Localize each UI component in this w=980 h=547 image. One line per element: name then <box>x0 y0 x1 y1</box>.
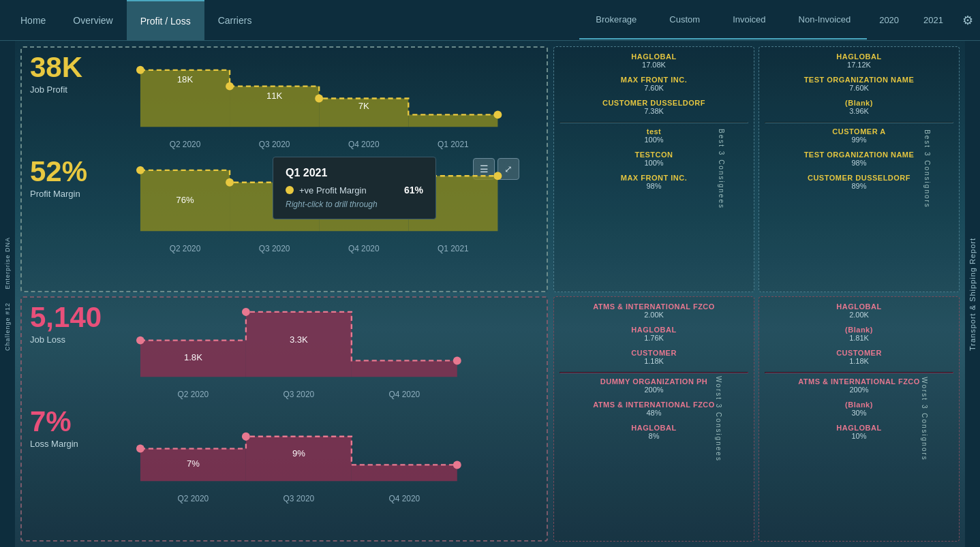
left-section: 38K Job Profit <box>15 41 553 547</box>
worst-consignor-value-3: 1.18K <box>765 357 953 365</box>
consignor-name-3: (Blank) <box>765 99 953 107</box>
job-profit-chart: 18K 11K 7K Q2 2020 Q3 2020 Q4 2020 Q1 20… <box>132 53 538 152</box>
worst-consignors-vertical-label: Worst 3 Consignors <box>921 377 929 461</box>
side-label-right-text: Transport & Shipping Report <box>968 238 977 351</box>
tab-carriers[interactable]: Carriers <box>204 0 266 41</box>
worst-consignee-item-2: HAGLOBAL 1.76K <box>560 326 748 342</box>
filter-non-invoiced[interactable]: Non-Invoiced <box>782 0 868 41</box>
loss-margin-label: Loss Margin <box>30 439 132 449</box>
main-content: 38K Job Profit <box>15 41 965 547</box>
worst-consignee-value-2: 1.76K <box>560 334 748 342</box>
tooltip-label: +ve Profit Margin <box>299 185 399 196</box>
filter-brokerage[interactable]: Brokerage <box>579 0 653 41</box>
loss-margin-row: 7% Loss Margin 7% 9% Q2 2020 <box>30 407 538 506</box>
consignee-value-2: 7.60K <box>560 84 748 92</box>
main-tabs: Home Overview Profit / Loss Carriers <box>7 0 265 41</box>
consignor-value-3: 3.96K <box>765 107 953 115</box>
consignee-value-1: 17.08K <box>560 61 748 69</box>
job-profit-label: Job Profit <box>30 84 132 95</box>
consignor-name-2: TEST ORGANIZATION NAME <box>765 76 953 84</box>
svg-text:Q3 2020: Q3 2020 <box>259 140 290 149</box>
job-profit-row: 38K Job Profit <box>30 53 538 152</box>
svg-text:Q2 2020: Q2 2020 <box>170 140 201 149</box>
worst-consignee-item-3: CUSTOMER 1.18K <box>560 349 748 365</box>
svg-text:Q2 2020: Q2 2020 <box>170 244 201 253</box>
svg-text:18K: 18K <box>177 74 194 84</box>
enterprise-dna-label: Enterprise DNA <box>4 237 11 290</box>
svg-rect-42 <box>352 465 457 481</box>
svg-point-6 <box>315 95 323 103</box>
consignor-value-1: 17.12K <box>765 61 953 69</box>
svg-rect-3 <box>408 114 497 127</box>
svg-text:7K: 7K <box>358 101 369 111</box>
consignee-name-2: MAX FRONT INC. <box>560 76 748 84</box>
filter-invoiced[interactable]: Invoiced <box>716 0 782 41</box>
worst-consignee-name-1: ATMS & INTERNATIONAL FZCO <box>560 302 748 311</box>
svg-text:Q1 2021: Q1 2021 <box>438 140 469 149</box>
tab-profit-loss[interactable]: Profit / Loss <box>127 0 204 41</box>
tooltip-hint: Right-click to drill through <box>286 200 423 209</box>
loss-margin-metric: 7% Loss Margin <box>30 407 132 449</box>
best-consignees-section: Best 3 Consignees HAGLOBAL 17.08K MAX FR… <box>553 46 754 292</box>
side-label-left: Enterprise DNA Challenge #12 <box>0 41 15 547</box>
worst-consignor-name-1: HAGLOBAL <box>765 302 953 311</box>
consignor-item-2: TEST ORGANIZATION NAME 7.60K <box>765 76 953 92</box>
loss-margin-value: 7% <box>30 407 132 436</box>
year-2020[interactable]: 2020 <box>867 0 911 41</box>
tooltip-title: Q1 2021 <box>286 167 423 179</box>
worst-consignees-section: Worst 3 Consignees ATMS & INTERNATIONAL … <box>553 296 754 542</box>
worst-consignor-item-2: (Blank) 1.81K <box>765 326 953 342</box>
svg-point-43 <box>136 444 144 452</box>
svg-text:9%: 9% <box>292 448 305 458</box>
svg-text:Q4 2020: Q4 2020 <box>388 390 420 399</box>
right-section: Best 3 Consignees HAGLOBAL 17.08K MAX FR… <box>553 41 965 547</box>
svg-point-32 <box>136 336 144 344</box>
svg-text:3.3K: 3.3K <box>290 334 308 345</box>
loss-area: 5,140 Job Loss 1.8K 3.3K Q2 202 <box>20 296 548 542</box>
svg-text:Q3 2020: Q3 2020 <box>284 494 315 503</box>
svg-text:Q3 2020: Q3 2020 <box>259 244 290 253</box>
svg-point-22 <box>493 172 502 180</box>
worst-consignee-name-2: HAGLOBAL <box>560 326 748 334</box>
svg-text:Q2 2020: Q2 2020 <box>178 390 209 399</box>
tooltip-value: 61% <box>404 185 423 196</box>
svg-point-44 <box>242 432 250 440</box>
year-2021[interactable]: 2021 <box>911 0 955 41</box>
worst-consignor-name-3: CUSTOMER <box>765 349 953 357</box>
challenge-label: Challenge #12 <box>4 302 11 351</box>
svg-point-45 <box>453 460 461 469</box>
tab-overview[interactable]: Overview <box>59 0 126 41</box>
worst-consignee-value-3: 1.18K <box>560 357 748 365</box>
svg-point-4 <box>136 66 144 74</box>
profit-margin-value: 52% <box>30 157 132 186</box>
job-profit-metric: 38K Job Profit <box>30 53 132 95</box>
svg-text:1.8K: 1.8K <box>184 352 202 362</box>
svg-point-7 <box>493 110 502 119</box>
best-consignors-vertical-label: Best 3 Consignors <box>924 129 932 208</box>
tooltip-dot <box>286 186 294 194</box>
loss-margin-svg: 7% 9% Q2 2020 Q3 2020 Q4 2020 <box>132 407 538 506</box>
worst-consignor-value-1: 2.00K <box>765 311 953 319</box>
consignor-name-1: HAGLOBAL <box>765 52 953 61</box>
worst-consignor-item-1: HAGLOBAL 2.00K <box>765 302 953 319</box>
svg-text:11K: 11K <box>266 91 283 101</box>
worst-consignor-item-3: CUSTOMER 1.18K <box>765 349 953 365</box>
loss-margin-chart: 7% 9% Q2 2020 Q3 2020 Q4 2020 <box>132 407 538 506</box>
worst-consignees-vertical-label: Worst 3 Consignees <box>716 376 723 462</box>
consignee-value-3: 7.38K <box>560 107 748 115</box>
settings-icon[interactable]: ⚙ <box>962 13 973 28</box>
consignors-panel: Best 3 Consignors HAGLOBAL 17.12K TEST O… <box>759 46 960 542</box>
svg-text:Q2 2020: Q2 2020 <box>178 494 209 503</box>
filter-custom[interactable]: Custom <box>653 0 716 41</box>
svg-text:Q3 2020: Q3 2020 <box>284 390 315 399</box>
svg-rect-31 <box>352 360 457 377</box>
job-loss-value: 5,140 <box>30 303 132 332</box>
filter-tabs: Brokerage Custom Invoiced Non-Invoiced <box>579 0 867 41</box>
svg-text:Q4 2020: Q4 2020 <box>348 140 380 149</box>
consignor-item-3: (Blank) 3.96K <box>765 99 953 115</box>
tab-home[interactable]: Home <box>7 0 59 41</box>
svg-text:Q1 2021: Q1 2021 <box>438 244 469 253</box>
job-loss-label: Job Loss <box>30 334 132 345</box>
consignee-name-1: HAGLOBAL <box>560 52 748 61</box>
profit-margin-label: Profit Margin <box>30 189 132 199</box>
